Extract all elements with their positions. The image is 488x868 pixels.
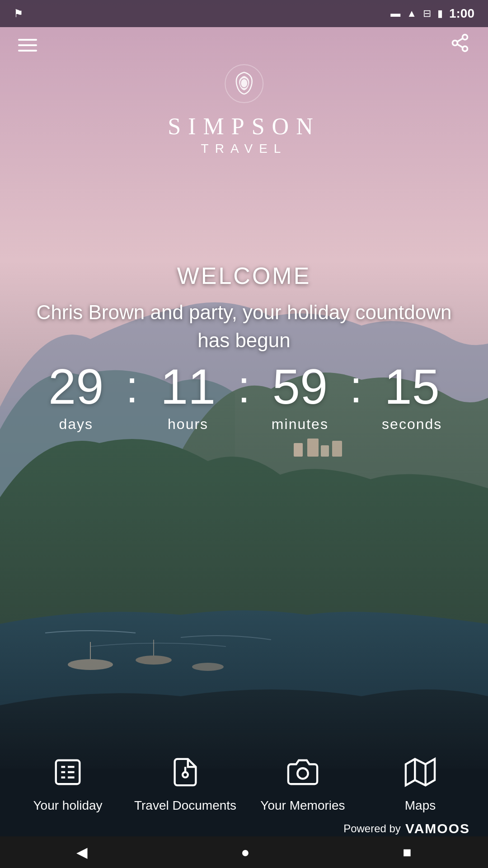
countdown-hours: 11 hours [143,362,233,433]
separator-3: : [345,364,367,409]
menu-button[interactable] [18,39,37,52]
minutes-label: minutes [272,416,328,433]
svg-rect-4 [332,441,342,457]
nav-maps[interactable]: Maps [361,754,479,814]
back-button[interactable]: ◀ [76,844,88,861]
hours-label: hours [168,416,208,433]
battery-icon: ▮ [437,8,443,19]
svg-line-15 [457,38,463,42]
signal-icon: ▬ [390,8,400,19]
logo-text: SIMPSON TRAVEL [168,113,320,156]
days-label: days [59,416,94,433]
nav-maps-label: Maps [405,797,436,814]
status-bar: ⚑ ▬ ▲ ⊟ ▮ 1:00 [0,0,488,27]
svg-rect-2 [307,439,319,457]
welcome-title: WELCOME [27,262,461,289]
svg-point-6 [136,656,172,665]
svg-line-14 [457,44,463,47]
logo-area: SIMPSON TRAVEL [168,63,320,156]
seconds-label: seconds [382,416,442,433]
status-left: ⚑ [14,7,23,20]
svg-marker-28 [406,759,435,785]
powered-by: Powered by VAMOOS [343,821,470,836]
notification-icon: ⊟ [423,8,431,19]
separator-1: : [121,364,143,409]
countdown-area: 29 days : 11 hours : 59 minutes : 15 sec… [0,362,488,433]
svg-point-7 [192,663,224,671]
countdown-days: 29 days [31,362,121,433]
separator-2: : [233,364,255,409]
nav-travel-documents[interactable]: Travel Documents [127,754,244,814]
map-icon [402,754,438,790]
camera-icon [285,754,321,790]
days-value: 29 [48,362,103,411]
welcome-subtitle: Chris Brown and party, your holiday coun… [27,298,461,354]
wifi-icon: ▲ [407,8,417,19]
brand-name: SIMPSON [168,113,320,140]
nav-your-memories-label: Your Memories [260,797,345,814]
document-icon [167,754,203,790]
countdown-minutes: 59 minutes [255,362,345,433]
hours-value: 11 [160,362,216,411]
nav-travel-documents-label: Travel Documents [134,797,236,814]
svg-point-5 [68,659,113,670]
bottom-navigation: Your holiday Travel Documents Your Memor… [0,754,488,814]
welcome-area: WELCOME Chris Brown and party, your holi… [0,262,488,354]
vamoos-brand: VAMOOS [405,821,470,836]
svg-rect-3 [321,445,329,457]
svg-point-27 [297,768,308,778]
status-time: 1:00 [449,6,474,21]
nav-your-memories[interactable]: Your Memories [244,754,361,814]
brand-tagline: TRAVEL [201,142,287,156]
status-right: ▬ ▲ ⊟ ▮ 1:00 [390,6,474,21]
android-nav-bar: ◀ ● ■ [0,836,488,868]
svg-rect-1 [294,443,303,457]
countdown-seconds: 15 seconds [367,362,457,433]
top-action-bar [0,27,488,63]
minutes-value: 59 [272,362,328,411]
nav-your-holiday[interactable]: Your holiday [9,754,127,814]
home-button[interactable]: ● [241,844,249,861]
logo-symbol [224,63,264,104]
recents-button[interactable]: ■ [403,844,411,861]
share-button[interactable] [450,33,470,57]
svg-point-25 [183,772,188,778]
notification-flag-icon: ⚑ [14,7,23,20]
seconds-value: 15 [385,362,440,411]
nav-your-holiday-label: Your holiday [33,797,102,814]
list-icon [50,754,86,790]
powered-by-text: Powered by [343,822,401,835]
